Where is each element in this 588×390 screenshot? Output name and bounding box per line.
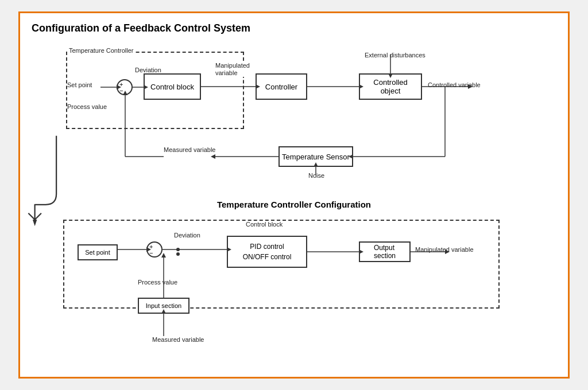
controller-label: Controller bbox=[265, 83, 297, 91]
bottom-diagram: Control block Set point + − Deviation PI… bbox=[32, 213, 556, 350]
control-block-label: Control block bbox=[150, 83, 194, 91]
manip-var-text: Manipulatedvariable bbox=[215, 62, 250, 76]
control-block-box: Control block bbox=[144, 73, 201, 100]
top-diagram: Temperature Controller Set point + − Dev… bbox=[32, 40, 556, 195]
svg-marker-16 bbox=[211, 154, 215, 159]
bottom-setpoint-label: Set point bbox=[85, 249, 110, 256]
bottom-process-val-label: Process value bbox=[138, 279, 177, 286]
bottom-sum-junction: + − bbox=[146, 241, 163, 258]
pid-label: PID control bbox=[250, 241, 284, 252]
temp-sensor-box: Temperature Sensor bbox=[278, 146, 353, 167]
manip-var-label: Manipulatedvariable bbox=[215, 62, 250, 77]
onoff-label: ON/OFF control bbox=[243, 252, 292, 262]
process-val-label: Process value bbox=[67, 103, 107, 110]
input-section-box: Input section bbox=[138, 298, 189, 314]
output-section-box: Outputsection bbox=[359, 241, 411, 262]
main-container: Configuration of a Feedback Control Syst… bbox=[18, 11, 570, 379]
measured-var-label: Measured variable bbox=[164, 146, 216, 153]
controller-box: Controller bbox=[256, 73, 307, 100]
temp-sensor-label: Temperature Sensor bbox=[282, 153, 350, 161]
bottom-title: Temperature Controller Configuration bbox=[32, 200, 556, 209]
bottom-cb-label: Control block bbox=[244, 221, 284, 228]
bottom-section: Temperature Controller Configuration Con… bbox=[32, 200, 556, 350]
pid-box: PID control ON/OFF control bbox=[227, 236, 307, 268]
bottom-minus-sign: − bbox=[149, 249, 153, 256]
sum-junction: + − bbox=[117, 79, 133, 95]
ext-dist-label: External disturbances bbox=[365, 52, 425, 58]
output-label: Outputsection bbox=[374, 244, 396, 260]
controlled-obj-box: Controlledobject bbox=[359, 73, 422, 100]
deviation-label: Deviation bbox=[135, 67, 161, 73]
input-section-label: Input section bbox=[146, 302, 181, 309]
tc-label: Temperature Controller bbox=[67, 47, 136, 54]
bottom-deviation-label: Deviation bbox=[174, 232, 200, 239]
noise-label: Noise bbox=[308, 172, 324, 179]
page-title: Configuration of a Feedback Control Syst… bbox=[32, 22, 556, 34]
bottom-manip-var-label: Manipulated variable bbox=[415, 246, 474, 253]
bottom-setpoint-box: Set point bbox=[78, 244, 118, 260]
controlled-obj-label: Controlledobject bbox=[373, 78, 407, 95]
setpoint-label: Set point bbox=[67, 81, 92, 88]
minus-sign: − bbox=[119, 87, 123, 94]
controlled-var-label: Controlled variable bbox=[428, 81, 481, 88]
bottom-measured-var-label: Measured variable bbox=[152, 336, 204, 343]
